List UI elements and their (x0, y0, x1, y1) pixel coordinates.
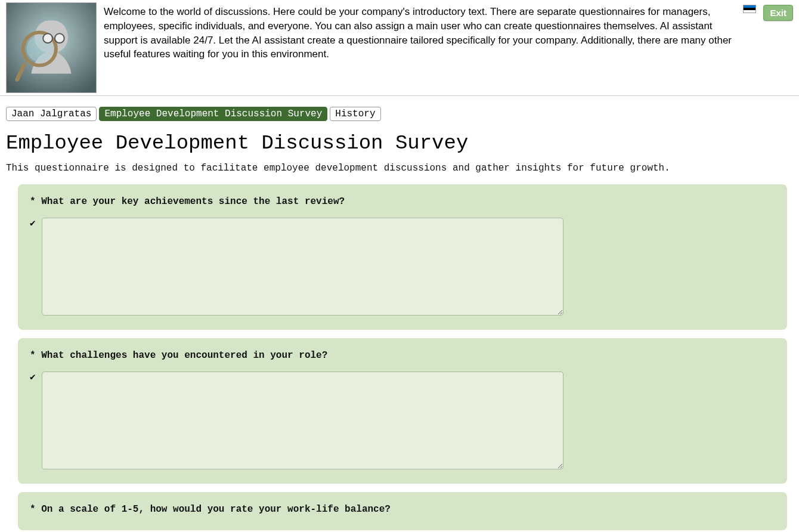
header: Welcome to the world of discussions. Her… (0, 0, 799, 96)
svg-point-5 (55, 33, 64, 43)
exit-button[interactable]: Exit (763, 5, 793, 21)
question-block: * What challenges have you encountered i… (18, 338, 787, 484)
answer-input[interactable] (42, 372, 563, 469)
tab-survey[interactable]: Employee Development Discussion Survey (99, 107, 327, 121)
question-label: * What are your key achievements since t… (30, 196, 773, 207)
tab-bar: Jaan Jalgratas Employee Development Disc… (0, 96, 799, 121)
intro-text: Welcome to the world of discussions. Her… (104, 2, 736, 61)
required-marker: * (30, 196, 41, 207)
header-actions: Exit (743, 2, 793, 21)
page-title: Employee Development Discussion Survey (6, 132, 793, 154)
required-marker: * (30, 350, 41, 361)
answer-input[interactable] (42, 218, 563, 316)
required-marker: * (30, 504, 41, 515)
page-description: This questionnaire is designed to facili… (6, 163, 793, 174)
svg-point-4 (43, 33, 52, 43)
question-text: What are your key achievements since the… (41, 196, 345, 207)
check-icon: ✔ (30, 218, 36, 228)
tab-user[interactable]: Jaan Jalgratas (6, 107, 97, 121)
question-block: * What are your key achievements since t… (18, 184, 787, 330)
tab-history[interactable]: History (330, 107, 380, 121)
question-label: * What challenges have you encountered i… (30, 350, 773, 361)
question-label: * On a scale of 1-5, how would you rate … (30, 504, 773, 515)
question-text: On a scale of 1-5, how would you rate yo… (41, 504, 391, 515)
avatar (6, 2, 97, 93)
question-block: * On a scale of 1-5, how would you rate … (18, 492, 787, 530)
estonia-flag-icon[interactable] (743, 5, 756, 13)
question-text: What challenges have you encountered in … (41, 350, 327, 361)
check-icon: ✔ (30, 372, 36, 382)
